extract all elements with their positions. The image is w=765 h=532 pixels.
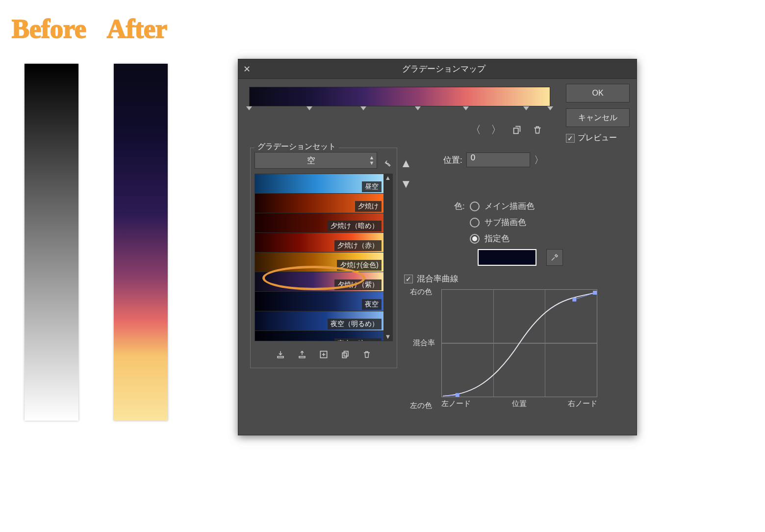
position-input[interactable]: 0	[466, 152, 530, 167]
preset-label: 夕焼け（赤）	[334, 240, 382, 251]
duplicate-preset-icon[interactable]	[339, 348, 352, 361]
preset-label: 夕焼け(金色)	[337, 260, 382, 271]
svg-rect-2	[342, 353, 346, 358]
gradient-bar[interactable]	[249, 87, 550, 106]
dialog-side-buttons: OK キャンセル ✓ プレビュー	[566, 84, 630, 143]
position-label: 位置:	[443, 154, 462, 166]
preset-row[interactable]: 夕焼け（紫）	[255, 272, 383, 292]
radio-main-label: メイン描画色	[484, 201, 535, 212]
gradient-preview-bar[interactable]	[249, 87, 550, 112]
preset-scrollbar[interactable]: ▲ ▼	[383, 174, 392, 341]
color-mode-block: 色: メイン描画色 サブ描画色 指定色	[454, 201, 563, 271]
import-preset-icon[interactable]	[296, 348, 308, 361]
after-label: After	[107, 14, 167, 44]
preset-label: 昼空	[362, 181, 382, 192]
preset-label: 夜空	[362, 299, 382, 310]
move-up-icon[interactable]: ▲	[400, 156, 412, 170]
preset-row[interactable]: 昼空	[255, 174, 383, 194]
before-label: Before	[12, 14, 86, 44]
curve-checkbox[interactable]: ✓	[404, 275, 413, 283]
curve-ylabel-bot: 左の色	[410, 401, 432, 410]
curve-ylabel-top: 右の色	[410, 287, 432, 297]
next-stop-icon[interactable]: 〉	[489, 123, 503, 137]
radio-specified-label: 指定色	[484, 233, 510, 244]
curve-block: ✓ 混合率曲線 右の色 混合率 左の色	[404, 273, 630, 408]
eyedropper-icon[interactable]	[546, 249, 563, 266]
curve-handle[interactable]	[593, 291, 597, 295]
duplicate-stop-icon[interactable]	[510, 123, 524, 137]
close-icon[interactable]: ✕	[243, 64, 251, 75]
curve-handle[interactable]	[572, 298, 576, 302]
gradient-marker[interactable]	[547, 106, 553, 110]
gradient-marker[interactable]	[415, 106, 421, 110]
svg-rect-3	[344, 351, 348, 356]
radio-specified-color[interactable]	[470, 234, 480, 244]
dialog-titlebar[interactable]: ✕ グラデーションマップ	[238, 59, 637, 79]
preset-row[interactable]: 夕焼け（暗め）	[255, 213, 383, 233]
dropdown-arrows-icon: ▲▼	[367, 155, 377, 166]
preset-row[interactable]: 夜空（明るめ）	[255, 311, 383, 331]
preset-label: 夕焼け（暗め）	[328, 221, 382, 231]
preset-label: 夜空（暗め）	[334, 338, 382, 341]
radio-sub-color[interactable]	[470, 218, 480, 228]
preview-checkbox-row[interactable]: ✓ プレビュー	[566, 133, 630, 143]
preset-row[interactable]: 夜空（暗め）	[255, 331, 383, 341]
gradient-map-dialog: ✕ グラデーションマップ OK キャンセル ✓ プレビュー 〈 〉	[238, 59, 637, 435]
preset-row[interactable]: 夕焼け	[255, 194, 383, 213]
preset-toolbar	[255, 348, 393, 361]
curve-xlabels: 左ノード 位置 右ノード	[441, 399, 597, 408]
ok-button[interactable]: OK	[566, 84, 630, 102]
gradient-nav-tools: 〈 〉	[469, 123, 544, 137]
preset-reorder-arrows: ▲ ▼	[400, 156, 412, 191]
after-gradient-strip	[114, 64, 168, 421]
position-row: 位置: 0 〉	[443, 152, 544, 167]
curve-path[interactable]	[442, 290, 597, 397]
curve-xlabel-right: 右ノード	[568, 399, 597, 408]
radio-main-color[interactable]	[470, 202, 480, 211]
dialog-title: グラデーションマップ	[251, 63, 637, 75]
cancel-button[interactable]: キャンセル	[566, 108, 630, 127]
gradient-marker[interactable]	[306, 106, 312, 110]
gradient-set-dropdown[interactable]: 空 ▲▼	[255, 152, 377, 169]
preset-row[interactable]: 夜空	[255, 292, 383, 311]
preset-label: 夜空（明るめ）	[328, 319, 382, 329]
preset-label: 夕焼け	[355, 201, 382, 212]
export-preset-icon[interactable]	[274, 348, 287, 361]
curve-xlabel-mid: 位置	[512, 399, 527, 408]
delete-stop-icon[interactable]	[531, 123, 544, 137]
position-chevron-icon[interactable]: 〉	[534, 153, 544, 167]
preset-label: 夕焼け（紫）	[334, 279, 382, 290]
preset-row[interactable]: 夕焼け(金色)	[255, 253, 383, 272]
add-preset-icon[interactable]	[317, 348, 330, 361]
gradient-set-title: グラデーションセット	[255, 142, 339, 152]
preset-list[interactable]: ▲ ▼ 昼空夕焼け夕焼け（暗め）夕焼け（赤）夕焼け(金色)夕焼け（紫）夜空夜空（…	[255, 174, 393, 341]
svg-line-5	[574, 293, 595, 300]
preview-checkbox[interactable]: ✓	[566, 134, 575, 143]
gradient-set-value: 空	[255, 155, 367, 166]
before-gradient-strip	[25, 64, 78, 421]
wrench-icon[interactable]	[380, 156, 393, 169]
move-down-icon[interactable]: ▼	[400, 177, 412, 191]
preset-row[interactable]: 夕焼け（赤）	[255, 233, 383, 253]
prev-stop-icon[interactable]: 〈	[469, 123, 483, 137]
curve-label: 混合率曲線	[417, 273, 459, 284]
curve-grid[interactable]	[441, 289, 597, 397]
gradient-marker[interactable]	[463, 106, 469, 110]
preview-label: プレビュー	[578, 133, 617, 143]
radio-sub-label: サブ描画色	[484, 217, 526, 228]
color-mode-label: 色:	[454, 201, 465, 212]
gradient-marker[interactable]	[360, 106, 366, 110]
svg-rect-0	[514, 128, 518, 133]
curve-checkbox-row[interactable]: ✓ 混合率曲線	[404, 273, 630, 284]
gradient-set-panel: グラデーションセット 空 ▲▼ ▲ ▼ 昼空夕焼け夕焼け（暗め）夕焼け（赤）夕焼…	[250, 148, 397, 368]
specified-color-swatch[interactable]	[478, 249, 536, 266]
scroll-up-icon[interactable]: ▲	[385, 174, 391, 182]
curve-xlabel-left: 左ノード	[441, 399, 471, 408]
scroll-down-icon[interactable]: ▼	[385, 333, 391, 341]
delete-preset-icon[interactable]	[360, 348, 373, 361]
gradient-markers[interactable]	[249, 106, 550, 112]
curve-ylabel-mid: 混合率	[413, 338, 435, 348]
gradient-marker[interactable]	[523, 106, 529, 110]
gradient-marker[interactable]	[246, 106, 252, 110]
